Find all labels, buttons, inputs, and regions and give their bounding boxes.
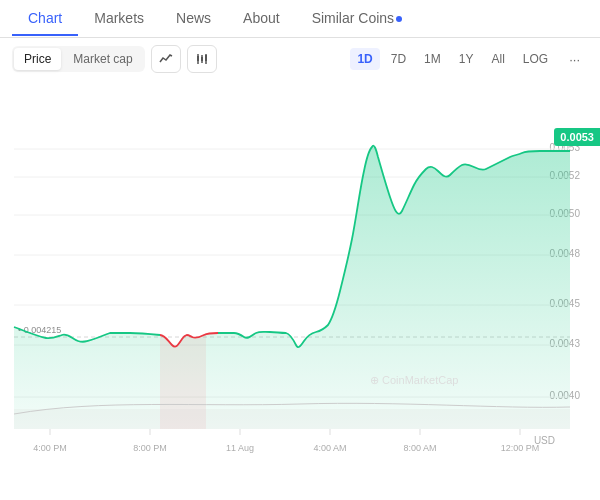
tab-dot — [396, 16, 402, 22]
current-price-label: 0.0053 — [554, 128, 600, 146]
time-all[interactable]: All — [484, 48, 511, 70]
candle-chart-icon[interactable] — [187, 45, 217, 73]
svg-rect-5 — [205, 55, 207, 61]
svg-text:⊕ CoinMarketCap: ⊕ CoinMarketCap — [370, 374, 458, 386]
tab-news[interactable]: News — [160, 2, 227, 36]
controls-bar: Price Market cap 1D 7D 1M 1Y All LOG ··· — [0, 38, 600, 80]
tab-chart[interactable]: Chart — [12, 2, 78, 36]
time-1m[interactable]: 1M — [417, 48, 448, 70]
line-chart-icon[interactable] — [151, 45, 181, 73]
svg-text:8:00 AM: 8:00 AM — [403, 443, 436, 453]
svg-text:11 Aug: 11 Aug — [226, 443, 254, 453]
tab-about[interactable]: About — [227, 2, 296, 36]
view-toggle: Price Market cap — [12, 46, 145, 72]
price-btn[interactable]: Price — [14, 48, 61, 70]
marketcap-btn[interactable]: Market cap — [63, 48, 142, 70]
svg-text:12:00 PM: 12:00 PM — [501, 443, 540, 453]
time-group: 1D 7D 1M 1Y All LOG — [350, 48, 555, 70]
svg-text:4:00 PM: 4:00 PM — [33, 443, 67, 453]
svg-rect-1 — [197, 56, 199, 61]
time-log[interactable]: LOG — [516, 48, 555, 70]
tab-markets[interactable]: Markets — [78, 2, 160, 36]
svg-text:8:00 PM: 8:00 PM — [133, 443, 167, 453]
time-1d[interactable]: 1D — [350, 48, 379, 70]
time-1y[interactable]: 1Y — [452, 48, 481, 70]
svg-rect-3 — [201, 57, 203, 61]
chart-area: 0.0053 0.0053 0.0052 0.0050 0.0048 0.004… — [0, 84, 600, 464]
more-button[interactable]: ··· — [561, 48, 588, 71]
time-7d[interactable]: 7D — [384, 48, 413, 70]
svg-text:4:00 AM: 4:00 AM — [313, 443, 346, 453]
tab-bar: Chart Markets News About Similar Coins — [0, 0, 600, 38]
tab-similar-coins[interactable]: Similar Coins — [296, 2, 418, 36]
